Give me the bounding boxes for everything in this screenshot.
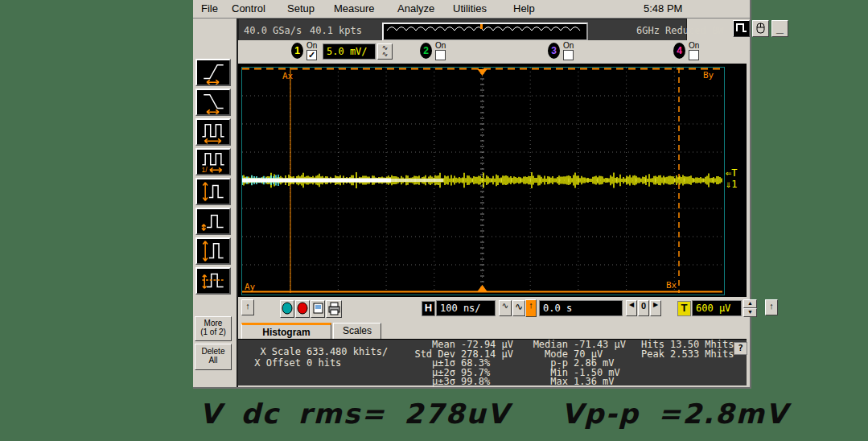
mouse-pointer-button[interactable]	[752, 20, 769, 37]
orange-up-arrow-icon: ↑	[529, 300, 533, 310]
tab-histogram[interactable]: Histogram	[241, 323, 331, 339]
menu-utilities[interactable]: Utilities	[453, 2, 487, 14]
measure-fall-time-button[interactable]	[195, 89, 231, 116]
tab-scales[interactable]: Scales	[333, 323, 381, 339]
trigger-level-marker[interactable]: ⇐T	[726, 168, 737, 178]
channel-1-coupling-button[interactable]: ∿∿	[377, 43, 393, 60]
channel-1-on-label: On	[306, 41, 317, 50]
delay-right-button[interactable]: ▶	[650, 300, 661, 316]
help-button[interactable]: ?	[734, 342, 747, 355]
horizontal-menu-button[interactable]: H	[422, 301, 435, 316]
channel-4-badge[interactable]: 4	[673, 43, 685, 59]
channel-3-on-label: On	[563, 41, 574, 50]
delay-marker-button[interactable]: ↑	[525, 299, 537, 317]
menu-help[interactable]: Help	[513, 2, 535, 14]
measure-v-base-button[interactable]	[195, 208, 231, 235]
v-base-icon	[197, 209, 229, 233]
trigger-level-field[interactable]: 600 µV	[692, 300, 742, 316]
measure-v-average-button[interactable]	[195, 267, 231, 295]
memory-depth: 40.1 kpts	[310, 25, 362, 36]
stat-value: 99.8%	[461, 377, 490, 387]
stop-button[interactable]	[295, 300, 310, 318]
acquisition-preview[interactable]	[382, 23, 588, 41]
marker-b-up-button[interactable]: ↑	[765, 299, 778, 315]
channel-2-on-checkbox[interactable]	[435, 50, 446, 60]
measure-period-button[interactable]	[195, 118, 231, 146]
more-button-line2: (1 of 2)	[195, 328, 231, 336]
channel-2-badge[interactable]: 2	[420, 43, 432, 59]
measure-v-top-button[interactable]	[195, 237, 231, 265]
trigger-level-up-button[interactable]: ▲	[743, 299, 757, 308]
zoom-out-button[interactable]: ∿	[499, 300, 512, 316]
menu-analyze[interactable]: Analyze	[397, 2, 434, 14]
up-arrow-icon-right: ↑	[769, 301, 774, 311]
channel-4-on-checkbox[interactable]	[689, 50, 699, 60]
minimize-button[interactable]: _	[771, 20, 788, 37]
annotation-vdc-rms: V dc rms= 278uV	[200, 398, 510, 430]
delay-left-button[interactable]: ◀	[626, 300, 637, 316]
menu-file[interactable]: File	[201, 2, 218, 14]
left-arrow-icon: ◀	[629, 301, 634, 308]
stat-label: Peak	[639, 350, 664, 360]
delete-all-line2: All	[195, 356, 231, 365]
frequency-icon: 1/	[197, 150, 229, 174]
trigger-menu-button[interactable]: T	[677, 301, 691, 316]
menu-setup[interactable]: Setup	[287, 2, 315, 14]
delay-zero-button[interactable]: 0	[638, 300, 649, 316]
v-average-icon	[197, 269, 229, 293]
wave-icon: ∿∿	[382, 43, 389, 58]
right-arrow-icon: ▶	[653, 301, 658, 308]
timebase-field[interactable]: 100 ns/	[436, 300, 496, 316]
measurement-toolbar: 1/ More (1 of 2) Delete All	[193, 19, 238, 387]
screen-capture-button[interactable]	[311, 300, 325, 318]
up-arrow-icon: ↑	[245, 301, 250, 311]
delete-all-line1: Delete	[195, 347, 231, 356]
v-amplitude-icon	[197, 179, 229, 204]
zoom-in-button[interactable]: ∿	[512, 300, 525, 316]
bandwidth-status: 6GHz Reduced BW	[636, 25, 723, 36]
trigger-level-down-button[interactable]: ▼	[743, 308, 757, 317]
handwritten-annotation: V dc rms= 278uVVp-p =2.8mV	[200, 398, 840, 430]
run-icon	[282, 301, 294, 315]
print-button[interactable]	[326, 300, 342, 318]
measure-rise-time-button[interactable]	[195, 59, 231, 86]
channel-1-ground-marker[interactable]: ⇓1	[726, 179, 737, 189]
channel-1-badge[interactable]: 1	[291, 43, 303, 59]
svg-text:By: By	[703, 70, 714, 80]
menu-measure[interactable]: Measure	[334, 2, 375, 14]
channel-2-on-label: On	[435, 41, 446, 50]
spin-up-icon: ▲	[747, 300, 753, 306]
waveform-display[interactable]: AxByAyBx ⇐T ⇓1	[238, 64, 747, 297]
printer-icon	[327, 301, 341, 315]
channel-3-on-checkbox[interactable]	[563, 50, 574, 60]
mouse-icon	[754, 21, 767, 35]
run-button[interactable]	[280, 300, 294, 318]
histogram-stats-panel: X Scale633.480 khits/ X Offset0 hits Mea…	[238, 339, 747, 385]
sample-rate: 40.0 GSa/s	[244, 25, 302, 36]
clock: 5:48 PM	[644, 2, 682, 14]
channel-bar: 1 On ✓ 5.0 mV/ ∿∿ 2 On 3 On 4 On	[238, 40, 747, 65]
stat-value: 633.480 khits/	[306, 348, 388, 357]
annotation-vpp: Vp-p =2.8mV	[562, 398, 788, 430]
marker-a-up-button[interactable]: ↑	[241, 299, 254, 315]
more-measurements-button[interactable]: More (1 of 2)	[195, 316, 232, 341]
stop-icon	[297, 301, 309, 315]
measure-frequency-button[interactable]: 1/	[195, 148, 231, 175]
spin-down-icon: ▼	[747, 309, 753, 315]
menu-control[interactable]: Control	[232, 2, 265, 14]
pulse-mode-button[interactable]	[733, 20, 750, 37]
delete-all-button[interactable]: Delete All	[195, 344, 232, 370]
hits-stats-group: Hits13.50 Mhits Peak2.533 Mhits	[639, 340, 734, 359]
stat-label: X Scale	[253, 348, 301, 357]
delay-field[interactable]: 0.0 s	[539, 300, 623, 316]
wave-large-icon: ∿	[515, 301, 523, 312]
screen-capture-icon	[312, 301, 324, 315]
channel-1-on-checkbox[interactable]: ✓	[306, 50, 317, 60]
horizontal-bar: ↑ H 100 ns/ ∿ ∿ ↑	[238, 297, 747, 323]
status-readouts: 40.0 GSa/s 40.1 kpts 6GHz Reduced BW	[238, 19, 687, 42]
period-icon	[197, 120, 229, 144]
channel-3-badge[interactable]: 3	[548, 43, 560, 59]
stat-label: µ±3σ	[407, 377, 455, 387]
channel-1-scale-field[interactable]: 5.0 mV/	[323, 43, 376, 60]
measure-v-amplitude-button[interactable]	[195, 178, 231, 205]
